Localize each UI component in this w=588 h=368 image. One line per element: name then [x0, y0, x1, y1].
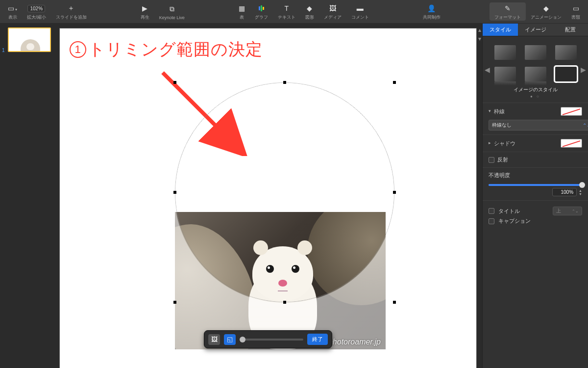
annotation-text: トリミング範囲の決定: [88, 38, 263, 61]
crop-mode-image-button[interactable]: 🖼: [208, 334, 220, 345]
caption-label: キャプション: [498, 217, 531, 225]
reflection-label: 反射: [497, 156, 508, 163]
image-style-picker: ◀ ▶ イメージのスタイル ● ○: [483, 36, 588, 103]
keynote-live-button[interactable]: ⧉ Keynote Live: [154, 2, 190, 21]
insert-shape-button[interactable]: ◆ 図形: [300, 2, 319, 21]
crop-done-button[interactable]: 終了: [307, 334, 328, 345]
opacity-label: 不透明度: [489, 172, 582, 179]
slide-thumbnail-image: [8, 27, 51, 52]
inspector-tab-style[interactable]: スタイル: [483, 24, 518, 36]
border-disclosure-icon[interactable]: [489, 108, 491, 113]
resize-handle-mid-left[interactable]: [173, 191, 176, 194]
style-section-title: イメージのスタイル: [493, 86, 577, 93]
scroll-down-icon[interactable]: ▾: [478, 35, 481, 42]
table-icon: ▦: [239, 3, 245, 13]
crop-tool-popover: 🖼 ◱ 終了: [204, 330, 332, 348]
resize-handle-mid-right[interactable]: [393, 191, 396, 194]
opacity-stepper[interactable]: ▲▼: [579, 189, 582, 196]
style-swatch-5[interactable]: [525, 67, 546, 81]
animate-inspector-button[interactable]: ◆ アニメーション: [526, 2, 566, 21]
animate-icon: ◆: [543, 3, 549, 13]
insert-media-button[interactable]: 🖼 メディア: [319, 2, 346, 21]
style-swatch-3[interactable]: [555, 45, 577, 60]
insert-text-button[interactable]: T テキスト: [273, 2, 300, 21]
insert-table-button[interactable]: ▦ 表: [234, 2, 250, 21]
resize-handle-top-mid[interactable]: [283, 81, 286, 84]
style-prev-icon[interactable]: ◀: [485, 66, 490, 74]
caption-checkbox[interactable]: [489, 218, 494, 224]
chevron-updown-icon: ⌃⌄: [572, 209, 579, 213]
opacity-value-field[interactable]: 100%: [552, 188, 577, 196]
style-swatch-4[interactable]: [494, 67, 516, 81]
style-page-dots: ● ○: [493, 94, 577, 99]
resize-handle-bottom-right[interactable]: [393, 301, 396, 304]
shadow-disclosure-icon[interactable]: [489, 140, 491, 145]
border-label: 枠線: [494, 108, 505, 115]
style-swatch-2[interactable]: [525, 45, 546, 60]
crop-mode-mask-button[interactable]: ◱: [224, 334, 236, 345]
chart-icon: [259, 3, 264, 13]
view-icon: ▭: [8, 3, 17, 13]
collaborate-button[interactable]: 👤 共同制作: [418, 2, 445, 21]
crop-zoom-slider[interactable]: [240, 339, 303, 341]
resize-handle-bottom-left[interactable]: [173, 301, 176, 304]
annotation-index: 1: [70, 41, 86, 58]
document-icon: ▭: [573, 3, 579, 13]
border-style-swatch[interactable]: [561, 107, 582, 116]
view-label: 表示: [8, 14, 17, 21]
comment-label: コメント: [351, 14, 369, 21]
slide[interactable]: 1 トリミング範囲の決定 photoroamer.jp: [60, 28, 476, 368]
resize-handle-top-left[interactable]: [173, 81, 176, 84]
play-label: 再生: [141, 14, 149, 21]
title-position-select[interactable]: 上 ⌃⌄: [553, 207, 582, 215]
media-icon: 🖼: [329, 3, 336, 13]
reflection-row: 反射: [483, 152, 588, 167]
title-position-value: 上: [556, 208, 561, 214]
border-type-select[interactable]: 枠線なし ⌃⌄: [489, 120, 588, 131]
reflection-checkbox[interactable]: [489, 157, 494, 163]
crop-zoom-knob[interactable]: [240, 337, 245, 342]
collaborate-label: 共同制作: [423, 14, 441, 21]
insert-comment-button[interactable]: ▬ コメント: [346, 2, 374, 21]
title-caption-section: タイトル 上 ⌃⌄ キャプション: [483, 200, 588, 231]
opacity-slider[interactable]: [489, 184, 582, 186]
table-label: 表: [240, 14, 244, 21]
inspector-tab-arrange[interactable]: 配置: [553, 24, 588, 36]
app-toolbar: ▭ 表示 102% 拡大/縮小 ＋ スライドを追加 ▶ 再生 ⧉ Keynote…: [0, 0, 588, 24]
zoom-button[interactable]: 102% 拡大/縮小: [22, 2, 51, 21]
chevron-updown-icon: ⌃⌄: [583, 123, 588, 128]
mask-selection-frame[interactable]: [175, 82, 394, 302]
shape-label: 図形: [305, 14, 314, 21]
slide-thumbnail-1[interactable]: 1: [3, 27, 51, 52]
resize-handle-bottom-mid[interactable]: [283, 301, 286, 304]
shape-icon: ◆: [307, 3, 312, 13]
border-type-value: 枠線なし: [492, 122, 512, 129]
play-icon: ▶: [142, 3, 147, 13]
opacity-section: 不透明度 100% ▲▼: [483, 167, 588, 200]
insert-chart-button[interactable]: グラフ: [250, 2, 273, 21]
zoom-label: 拡大/縮小: [27, 14, 46, 21]
style-next-icon[interactable]: ▶: [581, 66, 586, 74]
image-watermark: photoroamer.jp: [328, 338, 381, 346]
opacity-slider-knob[interactable]: [579, 182, 585, 188]
scroll-up-icon[interactable]: ▴: [478, 26, 481, 33]
title-checkbox[interactable]: [489, 208, 494, 214]
view-menu-button[interactable]: ▭ 表示: [3, 2, 22, 21]
document-inspector-button[interactable]: ▭ 書類: [566, 2, 585, 21]
keynote-live-label: Keynote Live: [159, 15, 185, 20]
title-label: タイトル: [498, 208, 520, 215]
animate-label: アニメーション: [531, 14, 562, 21]
play-button[interactable]: ▶ 再生: [136, 2, 154, 21]
shadow-style-swatch[interactable]: [561, 139, 582, 148]
inspector-tab-image[interactable]: イメージ: [518, 24, 553, 36]
border-row: 枠線: [483, 103, 588, 120]
resize-handle-top-right[interactable]: [393, 81, 396, 84]
style-swatch-1[interactable]: [494, 45, 516, 60]
format-inspector-button[interactable]: ✎ フォーマット: [490, 2, 526, 21]
style-swatch-6-selected[interactable]: [555, 67, 577, 81]
collaborate-icon: 👤: [427, 3, 436, 13]
plus-icon: ＋: [68, 3, 74, 13]
broadcast-icon: ⧉: [170, 4, 174, 14]
add-slide-button[interactable]: ＋ スライドを追加: [51, 2, 92, 21]
format-inspector: スタイル イメージ 配置 ◀ ▶ イメージのスタイル ● ○ 枠線 枠線: [482, 24, 588, 368]
